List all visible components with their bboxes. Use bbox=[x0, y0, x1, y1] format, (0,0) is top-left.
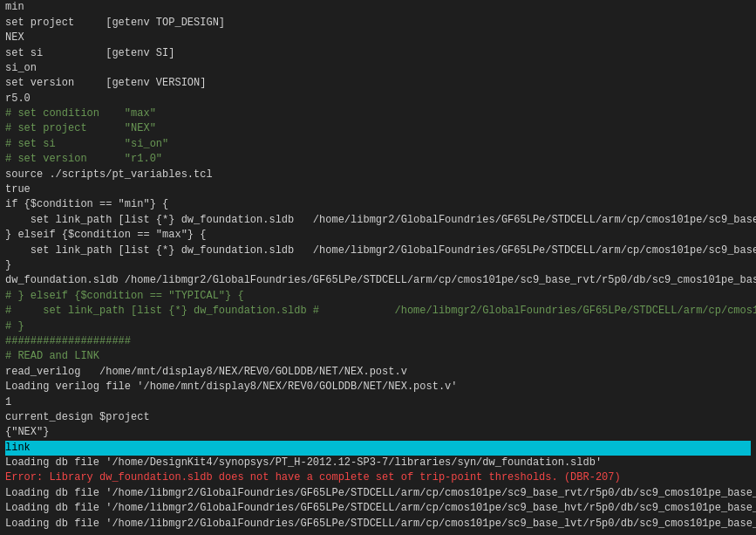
terminal-line: set link_path [list {*} dw_foundation.sl… bbox=[5, 213, 751, 228]
terminal-line: r5.0 bbox=[5, 92, 751, 106]
terminal-line: NEX bbox=[5, 31, 751, 45]
terminal-line: 1 bbox=[5, 395, 751, 410]
terminal-line: # } bbox=[5, 319, 751, 334]
terminal-line: # set link_path [list {*} dw_foundation.… bbox=[5, 304, 751, 319]
terminal-line: Loading db file '/home/DesignKit4/synops… bbox=[5, 456, 751, 470]
terminal-line: read_verilog /home/mnt/display8/NEX/REV0… bbox=[5, 365, 751, 380]
terminal-line: true bbox=[5, 182, 751, 197]
terminal-line: # set project "NEX" bbox=[5, 121, 751, 136]
terminal-line: set project [getenv TOP_DESIGN] bbox=[5, 16, 751, 31]
terminal-line: link bbox=[5, 441, 751, 456]
terminal-line: {"NEX"} bbox=[5, 425, 751, 440]
terminal-line: #################### bbox=[5, 334, 751, 349]
terminal[interactable]: # - - - - - - - - - - - - - - - - - - - … bbox=[0, 0, 756, 535]
terminal-line: # set si "si_on" bbox=[5, 137, 751, 152]
terminal-line: Error: Library dw_foundation.sldb does n… bbox=[5, 470, 751, 485]
terminal-line: # set version "r1.0" bbox=[5, 152, 751, 167]
terminal-line: dw_foundation.sldb /home/libmgr2/GlobalF… bbox=[5, 273, 751, 288]
terminal-line: si_on bbox=[5, 61, 751, 76]
terminal-line: } bbox=[5, 258, 751, 273]
terminal-line: } elseif {$condition == "max"} { bbox=[5, 228, 751, 243]
terminal-line: source ./scripts/pt_variables.tcl bbox=[5, 168, 751, 182]
terminal-line: min bbox=[5, 0, 751, 15]
terminal-line: # set condition "max" bbox=[5, 106, 751, 121]
terminal-line: set version [getenv VERSION] bbox=[5, 76, 751, 91]
terminal-line: Loading db file '/home/libmgr2/GlobalFou… bbox=[5, 486, 751, 501]
terminal-line: Loading db file '/home/libmgr2/GlobalFou… bbox=[5, 517, 751, 532]
terminal-line: # } elseif {$condition == "TYPICAL"} { bbox=[5, 289, 751, 304]
terminal-line: set si [getenv SI] bbox=[5, 46, 751, 61]
terminal-line: set link_path [list {*} dw_foundation.sl… bbox=[5, 243, 751, 258]
terminal-line: current_design $project bbox=[5, 410, 751, 425]
terminal-line: Loading verilog file '/home/mnt/display8… bbox=[5, 380, 751, 394]
terminal-line: Loading db file '/home/libmgr2/GlobalFou… bbox=[5, 501, 751, 516]
terminal-line: # READ and LINK bbox=[5, 349, 751, 364]
terminal-line: if {$condition == "min"} { bbox=[5, 197, 751, 212]
